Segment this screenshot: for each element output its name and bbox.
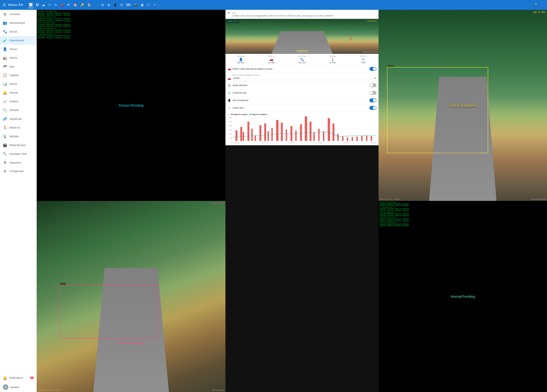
sidebar-motion-ai[interactable]: 🏃 Motion-AI bbox=[0, 123, 36, 132]
stat-vehicle-icon: 🚗 bbox=[269, 57, 273, 61]
alert-smartphone-knob bbox=[373, 99, 376, 102]
stat-entity-label: Entity ago bbox=[329, 55, 336, 57]
svg-rect-7 bbox=[236, 131, 238, 141]
sidebar-administrators[interactable]: 👥 Administrators bbox=[0, 19, 36, 27]
sidebar-almond[interactable]: 🔔 Almond bbox=[0, 88, 36, 97]
panel4-vehicle-label: Vehicle at dogpond bbox=[450, 103, 476, 107]
confirmed-toggle[interactable] bbox=[369, 91, 376, 95]
svg-rect-37 bbox=[371, 136, 372, 141]
toolbar-mountain[interactable]: ⛰ bbox=[41, 2, 46, 8]
sidebar-supervisor[interactable]: 🖥 Supervisor bbox=[0, 158, 36, 167]
sidebar-overview[interactable]: ⊞ Overview bbox=[0, 10, 36, 19]
sidebar-configuration[interactable]: ⚙ Configuration bbox=[0, 167, 36, 176]
entity-select-input[interactable]: vehicle person animal any bbox=[232, 76, 376, 80]
confirmed-text: Confirmed only bbox=[232, 92, 368, 94]
toolbar-car[interactable]: 🚗 bbox=[59, 2, 65, 8]
svg-rect-30 bbox=[337, 134, 339, 141]
svg-rect-28 bbox=[328, 118, 330, 141]
legend-dot-teal bbox=[250, 114, 251, 115]
toolbar-tablet[interactable]: 📱 bbox=[112, 2, 118, 8]
svg-rect-32 bbox=[347, 138, 348, 141]
video-panel-live[interactable]: LIVE:11:07 2021-06-07 dogpond 2021-06-07… bbox=[226, 19, 378, 54]
svg-rect-24 bbox=[310, 122, 312, 141]
stat-entity-beta-label: Entity νβμ bbox=[360, 55, 367, 57]
sidebar-media-browser[interactable]: 🎬 Media Browser bbox=[0, 141, 36, 150]
toolbar-square4[interactable]: ⊟ bbox=[119, 2, 124, 8]
map-label: Map bbox=[9, 65, 14, 68]
sidebar-history[interactable]: 📊 History bbox=[0, 80, 36, 88]
entity-car-icon: 🚗 bbox=[227, 77, 231, 80]
toolbar-monitor[interactable]: 🖥 bbox=[106, 2, 111, 8]
svg-rect-35 bbox=[361, 136, 363, 141]
toolbar-display[interactable]: 🖵 bbox=[146, 2, 151, 8]
sidebar-notifications[interactable]: 🔔 Notifications 5 bbox=[0, 373, 36, 382]
toolbar-dog[interactable]: 🐕 bbox=[86, 2, 92, 8]
critical-alert-row: ⚠ Critical alert bbox=[226, 104, 378, 112]
x-label-4: 12:00 AM bbox=[316, 142, 322, 144]
toolbar-image[interactable]: 🖼 bbox=[35, 2, 40, 8]
sidebar-influxdb[interactable]: 📉 InfluxDB bbox=[0, 106, 36, 115]
sidebar-vehicle[interactable]: 🚛 Vehicle bbox=[0, 54, 36, 62]
toolbar-camera2[interactable]: 📷 bbox=[133, 2, 139, 8]
svg-rect-20 bbox=[290, 126, 292, 141]
sidebar-logbook[interactable]: 📋 Logbook bbox=[0, 71, 36, 80]
y-100: 100 bbox=[229, 133, 232, 135]
toolbar-grid[interactable]: ⊞ bbox=[100, 2, 105, 8]
sidebar-developer-tools[interactable]: 🔧 Developer Tools bbox=[0, 150, 36, 158]
y-200: 200 bbox=[229, 125, 232, 127]
toolbar-text[interactable]: Tₕ bbox=[53, 2, 58, 7]
menu-icon[interactable]: ☰ bbox=[2, 2, 7, 8]
toolbar-arrow[interactable]: ↗ bbox=[152, 2, 157, 8]
toolbar-keyboard[interactable]: ⌨ bbox=[125, 2, 132, 8]
chart-y-axis: 300 250 200 150 100 50 0 bbox=[227, 117, 232, 144]
sidebar-nav: ⊞ Overview 👥 Administrators 🐾 Animal 🧪 E… bbox=[0, 10, 37, 392]
toolbar-mic[interactable]: 🎤 bbox=[532, 2, 538, 8]
sidebar-grafana[interactable]: 📈 Grafana bbox=[0, 97, 36, 106]
toolbar-more[interactable]: ⋮ bbox=[539, 2, 545, 8]
svg-rect-23 bbox=[305, 117, 307, 141]
critical-alert-toggle[interactable] bbox=[369, 106, 376, 110]
svg-rect-26 bbox=[318, 129, 320, 141]
toolbar-separator: | bbox=[158, 3, 159, 7]
sidebar-jupyterlab[interactable]: 🧬 JupyterLab bbox=[0, 115, 36, 123]
sidebar-netdata[interactable]: 📡 NetData bbox=[0, 132, 36, 141]
toolbar-eye[interactable]: 👁 bbox=[66, 2, 71, 8]
sidebar-experimental[interactable]: 🧪 Experimental bbox=[0, 36, 36, 45]
dev-tools-label: Developer Tools bbox=[9, 152, 27, 155]
video-panel-vehicle[interactable]: car: 91% Ago: 1h; 49m Vehicle at dogpond… bbox=[378, 10, 547, 201]
user-avatar2: dc bbox=[3, 384, 8, 390]
stat-vehicle: Vehicle a... 🚗 1h; 49m bbox=[256, 54, 287, 65]
toolbar-key[interactable]: 🔑 bbox=[79, 2, 85, 8]
confirmed-knob bbox=[370, 91, 373, 94]
toolbar-select[interactable]: ⬜ bbox=[28, 2, 34, 8]
content-area: ⌂⍀⊢⌬⍉⊘⌖⌃⌗⌑⊠⌁⍑⊛⌂⍀⊢⌬⍉⊘ 10010101 01101001 1… bbox=[37, 10, 547, 392]
sidebar-map[interactable]: 🗺 Map bbox=[0, 62, 36, 71]
svg-rect-31 bbox=[342, 137, 344, 141]
video-panel-matrix-animal[interactable]: ⍀⊢⌬⍉⊘⌖⌃⌗⌑⊠⌁⍑⊛⌂⍀⊢⌬⍉⊘⌖ 10100110 11001010 0… bbox=[378, 201, 547, 392]
toolbar-grid2[interactable]: ▦ bbox=[140, 2, 145, 8]
overview-label: Overview bbox=[9, 13, 20, 16]
stat-person-icon: 👤 bbox=[239, 57, 243, 61]
toolbar-home[interactable]: 🏠 bbox=[72, 2, 78, 8]
toolbar-pen[interactable]: ✏ bbox=[47, 2, 52, 8]
svg-rect-14 bbox=[264, 124, 266, 141]
experimental-icon2: 🧪 bbox=[3, 38, 7, 42]
sidebar-animal[interactable]: 🐾 Animal bbox=[0, 27, 36, 36]
y-250: 250 bbox=[229, 121, 232, 122]
admin-icon: 👥 bbox=[3, 21, 7, 25]
sidebar-person[interactable]: 👤 Person bbox=[0, 45, 36, 54]
legend-dogpond: dogpond complete bbox=[231, 113, 247, 115]
stat-animal: Animal ago 🐾 12h; 57m bbox=[287, 54, 317, 65]
user-row[interactable]: dc dcmartin bbox=[0, 382, 36, 392]
svg-rect-33 bbox=[352, 137, 353, 141]
stat-entity-beta-value: null β bbox=[361, 62, 365, 63]
alert-smartphone-toggle[interactable] bbox=[369, 98, 376, 102]
video-panel-matrix-person[interactable]: ⌂⍀⊢⌬⍉⊘⌖⌃⌗⌑⊠⌁⍑⊛⌂⍀⊢⌬⍉⊘ 10010101 01101001 1… bbox=[37, 10, 226, 201]
speak-detection-toggle[interactable] bbox=[369, 83, 376, 87]
notify-toggle[interactable] bbox=[369, 67, 376, 71]
video-panel-outdoor[interactable]: car: 81% Ago: 1h; 49m Detected at dogpon… bbox=[37, 201, 226, 392]
toolbar-person[interactable]: 👤 bbox=[93, 2, 99, 8]
media-browser-label: Media Browser bbox=[9, 144, 26, 146]
chart-container: 300 250 200 150 100 50 0 bbox=[227, 117, 376, 144]
chart-title: s bbox=[227, 113, 228, 115]
